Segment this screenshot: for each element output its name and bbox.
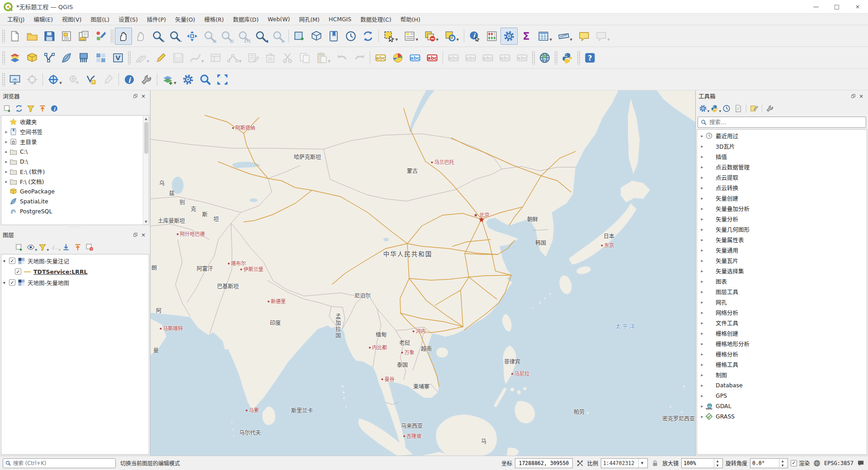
identify-features[interactable] xyxy=(466,28,483,45)
layer-checkbox[interactable]: ✓ xyxy=(9,279,15,286)
browser-float-button[interactable] xyxy=(131,93,139,100)
spinner-arrows[interactable]: ▲▼ xyxy=(779,459,786,468)
browser-add-layer[interactable] xyxy=(2,103,13,114)
toolbox-group[interactable]: ▸矢量瓦片 xyxy=(697,255,867,266)
browser-item[interactable]: ▸C:\ xyxy=(1,146,149,156)
toolbox-group[interactable]: ▸矢量选择集 xyxy=(697,266,867,276)
toolbox-group[interactable]: ▸GDAL xyxy=(697,401,867,411)
magnifier-spinbox[interactable]: ▲▼ xyxy=(681,458,723,468)
toolbox-group[interactable]: ▸栅格创建 xyxy=(697,328,867,338)
map-canvas[interactable]: 哈萨克斯坦蒙古阿斯塔纳乌兰巴托中华人民共和国北京朝鲜韩国日本东京土库曼斯坦阿什哈… xyxy=(151,90,695,456)
toolbox-group[interactable]: ▸Database xyxy=(697,380,867,390)
crs-globe-icon[interactable] xyxy=(812,459,821,468)
rotation-spinbox[interactable]: ▲▼ xyxy=(750,458,788,468)
toolbox-options-gears[interactable]: ▼ xyxy=(698,103,708,114)
browser-item[interactable]: PostgreSQL xyxy=(1,206,149,216)
crs-value[interactable]: EPSG:3857 xyxy=(824,460,854,466)
add-group[interactable] xyxy=(14,242,24,253)
toolbox-group[interactable]: ▸文件工具 xyxy=(697,318,867,328)
locator-search[interactable] xyxy=(3,458,116,468)
toolbox-float-button[interactable] xyxy=(849,93,857,100)
toolbox-group[interactable]: ▸GRASS xyxy=(697,411,867,422)
menu-item-11[interactable]: 网孔(M) xyxy=(294,13,324,25)
filter-legend[interactable]: ▼ xyxy=(37,242,48,253)
toolbox-group[interactable]: ▸插值 xyxy=(697,151,867,162)
toolbox-group[interactable]: ▸图表 xyxy=(697,276,867,287)
browser-item[interactable]: ▸E:\ (软件) xyxy=(1,166,149,176)
coordinate-box[interactable] xyxy=(515,458,573,468)
new-mesh-layer[interactable] xyxy=(75,49,92,66)
toolbox-group[interactable]: ▸矢量叠加分析 xyxy=(697,203,867,214)
data-source-manager[interactable] xyxy=(6,49,24,66)
toolbox-python[interactable]: ▼ xyxy=(709,103,720,114)
toolbox-group[interactable]: ▸网孔 xyxy=(697,297,867,307)
menu-item-12[interactable]: HCMGIS xyxy=(324,14,356,24)
feature-info[interactable] xyxy=(121,71,138,88)
render-checkbox[interactable]: ✓ 渲染 xyxy=(791,459,810,467)
spinner-arrows[interactable]: ▲▼ xyxy=(714,459,721,468)
toolbox-group[interactable]: ▸制图 xyxy=(697,370,867,380)
expand-all[interactable] xyxy=(61,242,71,253)
browser-item[interactable]: GeoPackage xyxy=(1,186,149,196)
select-by-location[interactable]: ▼ xyxy=(442,28,459,45)
browser-scrollbar[interactable]: ▲ ▼ xyxy=(143,116,149,225)
new-temp-vector[interactable] xyxy=(82,71,99,88)
menu-item-1[interactable]: 工程(J) xyxy=(3,13,29,25)
browser-item[interactable]: SpatiaLite xyxy=(1,196,149,206)
maximize-button[interactable]: □ xyxy=(826,0,847,14)
show-unplaced-labels[interactable] xyxy=(424,49,441,66)
menu-item-7[interactable]: 矢量(O) xyxy=(170,13,200,25)
map-tips[interactable] xyxy=(576,28,593,45)
toolbox-settings[interactable] xyxy=(764,103,775,114)
new-virtual-layer[interactable] xyxy=(92,49,109,66)
browser-refresh[interactable] xyxy=(14,103,24,114)
layers-float-button[interactable] xyxy=(131,231,139,239)
style-manager[interactable] xyxy=(92,28,109,45)
browser-filter[interactable] xyxy=(25,103,36,114)
save-project[interactable] xyxy=(41,28,58,45)
measure[interactable]: ▼ xyxy=(555,28,572,45)
close-button[interactable]: × xyxy=(847,0,868,14)
spatial-bookmarks[interactable] xyxy=(325,28,342,45)
select-features[interactable]: ▼ xyxy=(381,28,398,45)
menu-item-9[interactable]: 数据库(D) xyxy=(228,13,263,25)
zoom-full-extent[interactable] xyxy=(184,28,201,45)
menu-item-10[interactable]: Web(W) xyxy=(263,14,294,24)
lock-scale-icon[interactable] xyxy=(651,459,660,468)
toolbox-group[interactable]: ▸点云数据管理 xyxy=(697,162,867,172)
deselect-features[interactable]: ▼ xyxy=(421,28,439,45)
temporal-controller[interactable] xyxy=(342,28,359,45)
new-map-view[interactable] xyxy=(291,28,308,45)
toolbox-group[interactable]: ▸图层工具 xyxy=(697,287,867,297)
toolbox-group[interactable]: ▸矢量几何图形 xyxy=(697,224,867,235)
edit-features-in-place[interactable] xyxy=(749,103,760,114)
new-print-layout[interactable] xyxy=(58,28,75,45)
browser-item[interactable]: ▸D:\ xyxy=(1,156,149,166)
show-sum[interactable] xyxy=(518,28,535,45)
toolbox-group[interactable]: ▸栅格分析 xyxy=(697,349,867,359)
new-spatialite-layer[interactable] xyxy=(58,49,75,66)
toolbox-group[interactable]: ▸矢量属性表 xyxy=(697,235,867,245)
browser-properties[interactable] xyxy=(49,103,60,114)
open-layer-styling[interactable] xyxy=(2,242,13,253)
toolbox-search[interactable] xyxy=(698,117,866,128)
toolbox-search-input[interactable] xyxy=(709,119,863,126)
new-geopackage-layer[interactable] xyxy=(24,49,41,66)
locator-input[interactable] xyxy=(13,460,113,466)
processing-toolbox[interactable] xyxy=(500,28,518,45)
scroll-down-icon[interactable]: ▼ xyxy=(143,219,149,225)
python-console[interactable] xyxy=(559,49,576,66)
layer-labeling[interactable] xyxy=(372,49,389,66)
layer-item[interactable]: ▾✓天地图-矢量注记 xyxy=(1,255,149,266)
browser-item[interactable]: ▸空间书签 xyxy=(1,127,149,136)
toolbox-group[interactable]: ▸GPS xyxy=(697,390,867,401)
new-scratch-layer[interactable] xyxy=(109,49,127,66)
open-project[interactable] xyxy=(24,28,41,45)
menu-item-8[interactable]: 栅格(R) xyxy=(200,13,228,25)
browser-collapse-all[interactable] xyxy=(37,103,48,114)
add-tianditu-layers[interactable]: ▼ xyxy=(159,71,176,88)
browser-item[interactable]: ▸F:\ (文档) xyxy=(1,176,149,186)
select-by-value[interactable]: ▼ xyxy=(401,28,418,45)
layer-diagram[interactable] xyxy=(389,49,406,66)
zoom-last[interactable]: ◀ xyxy=(252,28,269,45)
